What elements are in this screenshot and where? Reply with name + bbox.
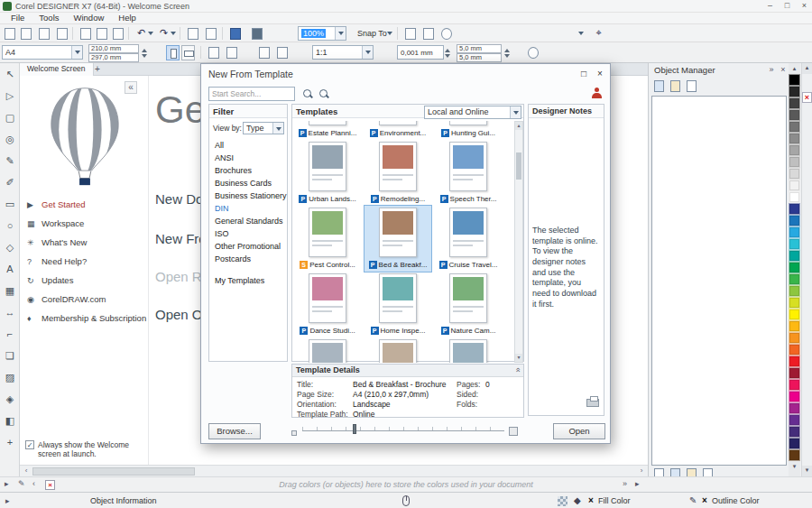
palette-swatch[interactable] <box>789 238 800 250</box>
window-titlebar[interactable]: Corel DESIGNER X7 (64-Bit) - Welcome Scr… <box>0 0 812 13</box>
sidebar-item-workspace[interactable]: ▦Workspace <box>20 214 149 233</box>
interactive-fill-tool-icon[interactable]: ◧ <box>0 410 20 431</box>
palette-swatch[interactable] <box>789 332 800 344</box>
template-item-remodeling[interactable]: PRemodeling... <box>364 140 431 206</box>
application-settings-icon[interactable] <box>420 26 436 41</box>
import-icon[interactable] <box>185 26 200 41</box>
maximize-button[interactable]: □ <box>780 1 795 12</box>
palette-swatch[interactable] <box>789 74 800 86</box>
vertical-scrollbar[interactable]: ▲ × ▼ <box>801 63 812 476</box>
open-button[interactable]: Open <box>553 423 605 439</box>
landscape-button[interactable] <box>181 45 195 60</box>
filter-item-my-templates[interactable]: My Templates <box>209 274 287 287</box>
template-search-input[interactable] <box>208 87 295 101</box>
table-tool-icon[interactable]: ▦ <box>0 280 20 301</box>
palette-swatch[interactable] <box>789 438 800 449</box>
filter-item-iso[interactable]: ISO <box>209 227 287 240</box>
menu-tools[interactable]: Tools <box>32 13 66 23</box>
chevron-down-icon[interactable] <box>510 106 521 118</box>
palette-swatch[interactable] <box>789 426 800 438</box>
palette-swatch[interactable] <box>789 273 800 285</box>
palette-swatch[interactable] <box>789 144 800 156</box>
palette-swatch[interactable] <box>789 250 800 262</box>
template-item[interactable] <box>294 337 361 363</box>
help-launcher-icon[interactable] <box>438 26 454 41</box>
duplicate-spinner[interactable] <box>503 44 512 62</box>
browse-button[interactable]: Browse... <box>208 423 261 439</box>
nudge-distance-field[interactable]: 0,001 mm <box>397 45 444 60</box>
zoom-tool-icon[interactable]: ◎ <box>0 128 20 150</box>
thumbnail-size-slider[interactable] <box>302 427 504 431</box>
template-item-hunting-gui[interactable]: PHunting Gui... <box>435 121 502 140</box>
sidebar-item-updates[interactable]: ↻Updates <box>20 271 149 290</box>
template-item[interactable] <box>435 337 502 363</box>
chevron-down-icon[interactable] <box>362 46 373 59</box>
portrait-button[interactable] <box>166 45 180 60</box>
palette-swatch[interactable] <box>789 449 800 461</box>
filter-item-general-standards[interactable]: General Standards <box>209 215 287 227</box>
cut-icon[interactable] <box>78 26 93 41</box>
sidebar-item-coreldraw-com[interactable]: ◉CorelDRAW.com <box>20 290 149 309</box>
menu-help[interactable]: Help <box>111 13 143 23</box>
template-source-combo[interactable]: Local and Online <box>424 106 521 119</box>
palette-swatch[interactable] <box>789 121 800 133</box>
options-icon[interactable] <box>402 26 418 41</box>
drawing-units-icon[interactable] <box>256 45 272 60</box>
page-height-field[interactable]: 297,0 mm <box>88 53 139 62</box>
connector-tool-icon[interactable]: ⌐ <box>0 323 20 345</box>
template-item[interactable] <box>364 337 431 363</box>
color-eyedropper-tool-icon[interactable]: ◈ <box>0 388 20 410</box>
dimension-tool-icon[interactable]: ↔ <box>0 301 20 323</box>
template-item-nature-cam[interactable]: PNature Cam... <box>435 272 502 337</box>
print-icon[interactable] <box>586 399 599 407</box>
new-layer-icon[interactable] <box>652 79 665 92</box>
pointer-tracker-icon[interactable]: ⌖ <box>591 26 606 41</box>
scroll-up-icon[interactable]: ▴ <box>515 122 522 130</box>
print-icon[interactable] <box>54 26 69 41</box>
palette-swatch[interactable] <box>789 203 800 215</box>
palette-swatch[interactable] <box>789 180 800 191</box>
units-icon[interactable] <box>206 45 221 60</box>
close-button[interactable]: × <box>797 1 812 12</box>
palette-swatch[interactable] <box>789 215 800 226</box>
palette-swatch[interactable] <box>789 414 800 426</box>
palette-swatch[interactable] <box>789 191 800 203</box>
palette-swatch[interactable] <box>789 226 800 238</box>
palette-swatch[interactable] <box>789 309 800 320</box>
scroll-left-icon[interactable]: ‹ <box>21 466 32 476</box>
palette-swatch[interactable] <box>789 86 800 97</box>
polygon-tool-icon[interactable]: ◇ <box>0 236 20 258</box>
snap-to-dropdown[interactable]: Snap To <box>357 27 387 41</box>
drawing-scale-icon[interactable] <box>274 45 290 60</box>
chevron-down-icon[interactable] <box>71 46 82 59</box>
palette-swatch[interactable] <box>789 356 800 367</box>
docker-collapse-icon[interactable]: » <box>766 65 777 76</box>
shape-tool-icon[interactable]: ▷ <box>0 85 20 106</box>
crop-tool-icon[interactable]: ▢ <box>0 106 20 128</box>
nudge-spinner[interactable] <box>444 44 452 62</box>
palette-swatch[interactable] <box>789 262 800 273</box>
toolbar-overflow-icon[interactable] <box>577 30 585 37</box>
docker-close-icon[interactable]: × <box>778 65 789 76</box>
palette-swatch[interactable] <box>789 97 800 109</box>
freehand-tool-icon[interactable]: ✎ <box>0 150 20 171</box>
no-color-swatch[interactable]: × <box>802 92 812 103</box>
palette-scroll-down-icon[interactable]: ▾ <box>789 461 800 472</box>
new-tab-button[interactable]: + <box>92 64 103 75</box>
dialog-close-button[interactable]: × <box>593 68 607 80</box>
palette-swatch[interactable] <box>789 168 800 180</box>
template-item-pest-control[interactable]: SPest Control... <box>294 206 361 272</box>
template-grid-scrollbar[interactable]: ▴ ▾ <box>514 121 523 363</box>
snap-to-chevron-icon[interactable] <box>386 30 393 37</box>
filter-item-other-promotional[interactable]: Other Promotional <box>209 240 287 253</box>
rectangle-tool-icon[interactable]: ▭ <box>0 193 20 215</box>
treat-as-filled-icon[interactable] <box>525 45 540 60</box>
filter-item-business-stationery[interactable]: Business Stationery <box>209 189 287 202</box>
template-item-home-inspe[interactable]: PHome Inspe... <box>364 272 431 337</box>
eyedropper-icon[interactable]: ✎ <box>18 479 25 488</box>
dialog-maximize-button[interactable]: □ <box>577 68 591 80</box>
template-item-cruise-travel[interactable]: PCruise Travel... <box>435 206 502 272</box>
statusbar-flyout-icon[interactable]: ▸ <box>5 496 10 505</box>
open-icon[interactable] <box>18 26 33 41</box>
new-master-layer-icon[interactable] <box>669 79 681 92</box>
